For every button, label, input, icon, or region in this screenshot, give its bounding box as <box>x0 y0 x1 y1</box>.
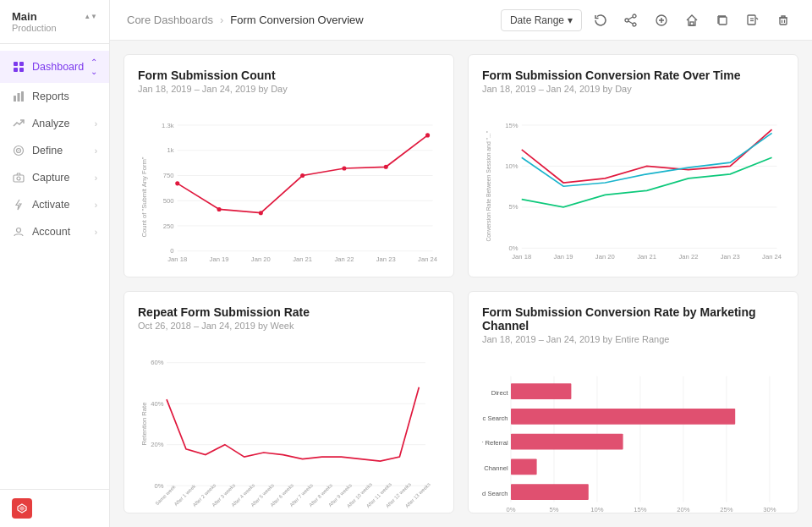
svg-text:Retention Rate: Retention Rate <box>140 402 148 445</box>
svg-rect-27 <box>780 18 787 25</box>
svg-text:Jan 19: Jan 19 <box>554 253 573 261</box>
share-button[interactable] <box>619 8 643 32</box>
breadcrumb: Core Dashboards › Form Conversion Overvi… <box>127 14 364 26</box>
svg-point-47 <box>342 166 346 170</box>
svg-line-26 <box>756 18 758 19</box>
refresh-button[interactable] <box>589 8 612 32</box>
user-icon <box>12 225 25 239</box>
svg-point-11 <box>17 177 20 180</box>
svg-text:Jan 18: Jan 18 <box>167 256 187 264</box>
svg-text:Jan 24: Jan 24 <box>418 256 438 264</box>
sidebar-item-label: Dashboard <box>32 61 84 73</box>
svg-text:Other Referral: Other Referral <box>482 439 508 447</box>
sidebar-item-capture[interactable]: Capture › <box>0 164 109 191</box>
chevron-right-icon: › <box>95 146 97 156</box>
svg-text:Count of "Submit Any Form": Count of "Submit Any Form" <box>140 156 148 237</box>
svg-text:40%: 40% <box>151 399 163 407</box>
chevron-icon: ⌃⌄ <box>91 58 97 76</box>
sidebar-expand-icon[interactable]: ▲▼ <box>84 14 97 20</box>
svg-text:0: 0 <box>170 247 173 255</box>
svg-text:500: 500 <box>163 197 174 205</box>
svg-text:15%: 15% <box>634 505 646 513</box>
sidebar-item-label: Define <box>32 145 88 156</box>
zap-icon <box>12 198 25 211</box>
bar-chart-icon <box>12 90 25 103</box>
sidebar-sub-label: Production <box>12 23 97 33</box>
svg-point-9 <box>18 150 19 151</box>
svg-text:Paid Search: Paid Search <box>482 489 508 497</box>
svg-point-15 <box>633 23 636 26</box>
date-range-button[interactable]: Date Range ▾ <box>501 9 582 31</box>
chart-title: Repeat Form Submission Rate <box>138 305 440 319</box>
svg-text:15%: 15% <box>505 122 518 129</box>
sidebar-item-activate[interactable]: Activate › <box>0 191 109 218</box>
breadcrumb-parent[interactable]: Core Dashboards <box>127 14 213 26</box>
svg-point-44 <box>217 207 222 211</box>
sidebar-header: Main ▲▼ Production <box>0 0 109 44</box>
chart-conversion-channel: Form Submission Conversion Rate by Marke… <box>468 291 798 514</box>
delete-button[interactable] <box>771 8 795 32</box>
sidebar-item-dashboard[interactable]: Dashboard ⌃⌄ <box>0 51 109 83</box>
svg-text:25%: 25% <box>720 505 732 513</box>
main-content: Core Dashboards › Form Conversion Overvi… <box>110 0 812 527</box>
chart-area: Count of "Submit Any Form" 1.3k 1k 750 5… <box>138 104 440 277</box>
sidebar-item-analyze[interactable]: Analyze › <box>0 110 109 137</box>
svg-text:1.3k: 1.3k <box>162 122 174 129</box>
svg-text:5%: 5% <box>549 505 558 513</box>
trending-up-icon <box>12 117 25 130</box>
sidebar-bottom <box>0 489 109 527</box>
page-header: Core Dashboards › Form Conversion Overvi… <box>110 0 812 41</box>
sidebar-item-define[interactable]: Define › <box>0 137 109 164</box>
charts-grid: Form Submission Count Jan 18, 2019 – Jan… <box>110 41 812 527</box>
chart-conversion-time: Form Submission Conversion Rate Over Tim… <box>468 54 798 277</box>
chart-area: Conversion Rate Between Session and "...… <box>482 104 784 277</box>
svg-text:20%: 20% <box>677 505 689 513</box>
sidebar-item-reports[interactable]: Reports <box>0 83 109 110</box>
chart-title: Form Submission Conversion Rate by Marke… <box>482 305 784 332</box>
duplicate-button[interactable] <box>710 8 734 32</box>
svg-text:Jan 20: Jan 20 <box>595 253 615 261</box>
svg-text:Jan 18: Jan 18 <box>512 253 531 261</box>
svg-text:Jan 22: Jan 22 <box>678 253 698 261</box>
svg-text:60%: 60% <box>151 359 163 366</box>
svg-text:Unknown Channel: Unknown Channel <box>482 464 508 472</box>
chevron-right-icon: › <box>95 173 97 183</box>
svg-rect-23 <box>748 15 755 25</box>
sidebar-main-label: Main <box>12 10 37 23</box>
chart-title: Form Submission Count <box>138 69 440 82</box>
svg-rect-10 <box>14 175 24 182</box>
sidebar-nav: Dashboard ⌃⌄ Reports Analyze › Define › <box>0 44 109 489</box>
svg-rect-21 <box>690 22 694 25</box>
svg-text:Jan 21: Jan 21 <box>293 256 312 264</box>
chart-submission-count: Form Submission Count Jan 18, 2019 – Jan… <box>123 54 454 277</box>
svg-line-16 <box>628 17 633 19</box>
svg-text:Jan 19: Jan 19 <box>210 256 229 264</box>
chevron-right-icon: › <box>95 228 97 237</box>
home-button[interactable] <box>680 8 704 32</box>
svg-point-48 <box>384 165 388 169</box>
svg-rect-5 <box>18 93 20 102</box>
sidebar-item-account[interactable]: Account › <box>0 218 109 245</box>
chart-repeat-submission: Repeat Form Submission Rate Oct 26, 2018… <box>123 291 454 514</box>
sidebar-item-label: Capture <box>32 172 88 184</box>
svg-text:10%: 10% <box>590 505 603 513</box>
svg-point-43 <box>175 181 179 185</box>
svg-text:10%: 10% <box>505 162 518 170</box>
sidebar-item-label: Analyze <box>32 118 88 129</box>
chevron-right-icon: › <box>95 200 97 210</box>
svg-text:Jan 24: Jan 24 <box>762 253 782 261</box>
chevron-right-icon: › <box>95 119 97 129</box>
add-button[interactable] <box>650 8 673 32</box>
chevron-down-icon: ▾ <box>568 14 573 26</box>
svg-text:5%: 5% <box>508 203 518 211</box>
svg-rect-116 <box>511 433 623 449</box>
svg-text:0%: 0% <box>506 505 515 513</box>
edit-button[interactable] <box>741 8 765 32</box>
chart-subtitle: Jan 18, 2019 – Jan 24, 2019 by Day <box>138 84 440 94</box>
svg-rect-22 <box>719 17 727 25</box>
svg-text:0%: 0% <box>508 244 518 252</box>
svg-text:Jan 20: Jan 20 <box>251 256 271 264</box>
header-actions: Date Range ▾ <box>501 8 795 32</box>
app-logo <box>12 498 32 519</box>
svg-rect-3 <box>19 68 24 72</box>
